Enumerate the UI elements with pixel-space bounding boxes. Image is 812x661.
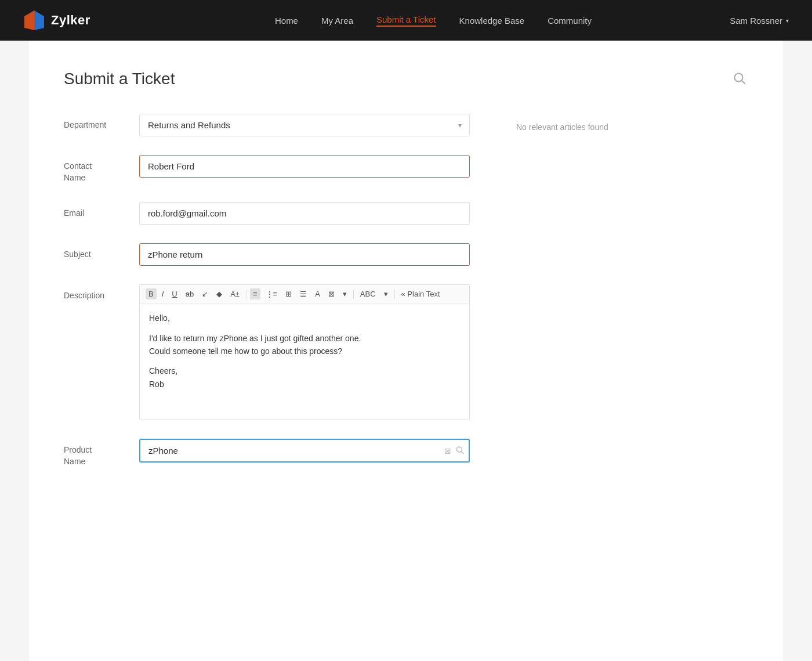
form-main: Department Returns and Refunds ▾ Contact… (64, 114, 470, 486)
product-name-input[interactable] (139, 439, 470, 463)
product-name-row: ProductName ⊠ (64, 439, 470, 467)
nav-link-community[interactable]: Community (548, 16, 592, 26)
nav-link-knowledge-base[interactable]: Knowledge Base (459, 16, 525, 26)
toolbar-bold[interactable]: B (146, 288, 157, 299)
main-content: Submit a Ticket Department Returns and R… (29, 41, 783, 661)
toolbar-color[interactable]: ◆ (213, 288, 225, 299)
toolbar-list-unordered[interactable]: ⋮≡ (263, 288, 281, 299)
toolbar-sep1 (246, 290, 246, 299)
no-articles-text: No relevant articles found (516, 120, 667, 132)
nav-user[interactable]: Sam Rossner ▾ (730, 16, 789, 26)
department-label: Department (64, 114, 139, 131)
nav-links: Home My Area Submit a Ticket Knowledge B… (137, 15, 730, 27)
search-icon (733, 72, 746, 85)
nav-user-name: Sam Rossner (730, 16, 782, 26)
form-layout: Department Returns and Refunds ▾ Contact… (64, 114, 748, 486)
toolbar-sep2 (353, 290, 354, 299)
department-row: Department Returns and Refunds ▾ (64, 114, 470, 136)
toolbar-font-style[interactable]: A (312, 288, 323, 299)
svg-marker-1 (24, 10, 34, 30)
description-row: Description B I U ab ↙ ◆ A± ≡ (64, 284, 470, 420)
toolbar-align-center[interactable]: ☰ (297, 288, 310, 299)
contact-name-row: ContactName (64, 155, 470, 183)
contact-name-control (139, 155, 470, 178)
toolbar-underline[interactable]: U (169, 288, 180, 299)
toolbar-strikethrough[interactable]: ab (183, 288, 197, 299)
nav-user-chevron-icon: ▾ (786, 17, 789, 24)
toolbar-list-ordered[interactable]: ⊞ (282, 288, 295, 299)
department-select[interactable]: Returns and Refunds (139, 114, 470, 136)
brand-name: Zylker (51, 13, 90, 28)
product-name-label: ProductName (64, 439, 139, 467)
svg-line-5 (462, 451, 464, 454)
description-line4: Cheers, Rob (149, 364, 460, 391)
nav-link-submit-ticket[interactable]: Submit a Ticket (376, 15, 436, 27)
subject-row: Subject (64, 243, 470, 266)
email-control (139, 202, 470, 225)
contact-name-input[interactable] (139, 155, 470, 178)
description-label: Description (64, 284, 139, 302)
description-editor: B I U ab ↙ ◆ A± ≡ ⋮≡ ⊞ ☰ A (139, 284, 470, 420)
navbar: Zylker Home My Area Submit a Ticket Know… (0, 0, 812, 41)
svg-line-3 (742, 81, 745, 84)
nav-link-my-area[interactable]: My Area (321, 16, 353, 26)
product-input-wrapper: ⊠ (139, 439, 470, 463)
product-clear-icon[interactable]: ⊠ (444, 446, 451, 456)
subject-input[interactable] (139, 243, 470, 266)
toolbar-indent-decrease[interactable]: ↙ (199, 288, 211, 299)
toolbar-spellcheck-dropdown[interactable]: ▾ (381, 288, 391, 299)
editor-toolbar: B I U ab ↙ ◆ A± ≡ ⋮≡ ⊞ ☰ A (140, 285, 469, 304)
brand-logo (23, 9, 45, 31)
email-input[interactable] (139, 202, 470, 225)
brand[interactable]: Zylker (23, 9, 90, 31)
product-search-icon[interactable] (456, 446, 464, 456)
page-header: Submit a Ticket (64, 70, 748, 91)
search-icon-button[interactable] (731, 70, 748, 91)
contact-name-label: ContactName (64, 155, 139, 183)
email-row: Email (64, 202, 470, 225)
editor-content[interactable]: Hello, I'd like to return my zPhone as I… (140, 304, 469, 420)
toolbar-image[interactable]: ⊠ (325, 288, 338, 299)
toolbar-spell-check[interactable]: ABC (357, 288, 379, 299)
product-name-control: ⊠ (139, 439, 470, 463)
form-sidebar: No relevant articles found (516, 114, 667, 486)
nav-link-home[interactable]: Home (275, 16, 298, 26)
subject-control (139, 243, 470, 266)
product-input-icons: ⊠ (444, 446, 464, 456)
subject-label: Subject (64, 243, 139, 261)
toolbar-sep3 (394, 290, 395, 299)
department-control: Returns and Refunds ▾ (139, 114, 470, 136)
toolbar-more[interactable]: ▾ (340, 288, 350, 299)
email-label: Email (64, 202, 139, 219)
page-title: Submit a Ticket (64, 70, 175, 88)
description-line1: Hello, (149, 312, 460, 324)
description-control: B I U ab ↙ ◆ A± ≡ ⋮≡ ⊞ ☰ A (139, 284, 470, 420)
toolbar-plain-text[interactable]: « Plain Text (398, 288, 443, 299)
toolbar-font-size[interactable]: A± (227, 288, 242, 299)
department-select-wrapper: Returns and Refunds ▾ (139, 114, 470, 136)
description-line2: I'd like to return my zPhone as I just g… (149, 332, 460, 358)
svg-marker-0 (34, 10, 44, 30)
toolbar-align-left[interactable]: ≡ (250, 288, 260, 299)
toolbar-italic[interactable]: I (159, 288, 167, 299)
